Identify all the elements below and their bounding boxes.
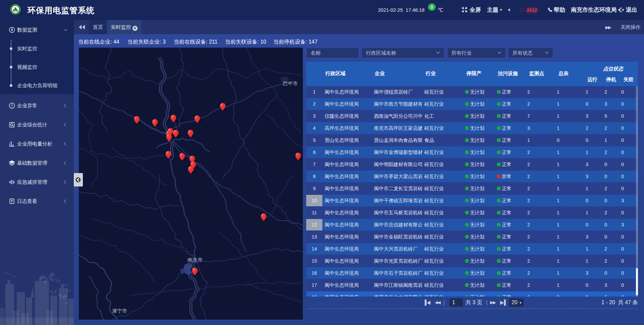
svg-text:巴中市: 巴中市: [283, 80, 298, 86]
svg-text:遂宁市: 遂宁市: [112, 308, 127, 314]
svg-text:南充市: 南充市: [187, 257, 203, 263]
